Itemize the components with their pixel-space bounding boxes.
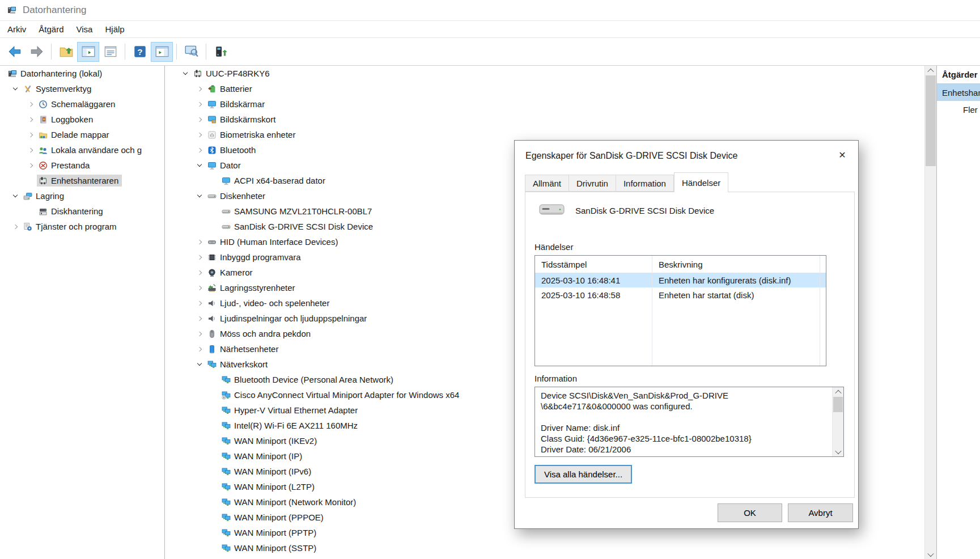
console-tree-item[interactable]: Lagring <box>0 188 164 204</box>
console-tree-item[interactable]: Delade mappar <box>0 127 164 142</box>
mouse-icon <box>207 329 217 338</box>
tree-item-label: Schemaläggaren <box>51 99 115 109</box>
chevron-right-icon[interactable] <box>193 326 206 341</box>
ok-button[interactable]: OK <box>718 503 782 522</box>
tree-item-content: WAN Miniport (IKEv2) <box>220 435 320 447</box>
device-tree-item[interactable]: Batterier <box>165 81 936 96</box>
chevron-right-icon[interactable] <box>193 249 206 265</box>
console-tree-item[interactable]: Systemverktyg <box>0 81 164 96</box>
help-button[interactable]: ? <box>129 42 151 62</box>
chevron-right-icon[interactable] <box>193 295 206 311</box>
tab-handelser[interactable]: Händelser <box>674 172 728 192</box>
actions-item-device-manager[interactable]: Enhetshan <box>937 84 980 101</box>
chevron-placeholder <box>207 403 220 418</box>
tree-item-content: Enhetshanteraren <box>37 175 122 187</box>
information-scrollbar[interactable] <box>832 387 843 456</box>
chevron-right-icon[interactable] <box>193 234 206 249</box>
device-header: SanDisk G-DRIVE SCSI Disk Device <box>539 202 714 218</box>
tree-item-content: Diskenheter <box>206 190 269 202</box>
device-tree-scrollbar[interactable] <box>924 66 936 559</box>
events-rows: 2025-03-10 16:48:41Enheten har konfigure… <box>535 273 826 302</box>
chevron-right-icon[interactable] <box>24 96 37 112</box>
chevron-right-icon[interactable] <box>193 127 206 142</box>
view-all-events-button[interactable]: Visa alla händelser... <box>534 465 632 484</box>
tree-item-content: WAN Miniport (IP) <box>220 450 306 462</box>
toolbar: ? <box>0 38 980 65</box>
chevron-right-icon[interactable] <box>193 142 206 158</box>
forward-button[interactable] <box>26 42 48 62</box>
information-box[interactable]: Device SCSI\Disk&Ven_SanDisk&Prod_G-DRIV… <box>534 387 844 457</box>
actions-item-more-actions[interactable]: Fler åt <box>937 101 980 118</box>
properties-button[interactable] <box>99 42 121 62</box>
console-tree-item[interactable]: Lokala användare och g <box>0 142 164 158</box>
tab-information[interactable]: Information <box>616 175 674 192</box>
scroll-up-icon[interactable] <box>833 387 843 397</box>
tree-item-content: Intel(R) Wi-Fi 6E AX211 160MHz <box>220 420 361 431</box>
column-header-timestamp[interactable]: Tidsstämpel <box>535 260 652 269</box>
device-tree-item[interactable]: WAN Miniport (SSTP) <box>165 540 936 556</box>
chevron-down-icon[interactable] <box>9 81 22 96</box>
menu-hjalp[interactable]: Hjälp <box>99 22 130 36</box>
console-tree-item[interactable]: Datorhantering (lokal) <box>0 66 164 81</box>
information-line: Device SCSI\Disk&Ven_SanDisk&Prod_G-DRIV… <box>541 390 832 401</box>
chevron-right-icon[interactable] <box>24 112 37 127</box>
tree-item-label: Systemverktyg <box>36 84 91 94</box>
chevron-down-icon[interactable] <box>193 158 206 173</box>
show-action-pane-button[interactable] <box>151 42 173 62</box>
device-tree-item[interactable]: Bildskärmskort <box>165 112 936 127</box>
tab-drivrutin[interactable]: Drivrutin <box>569 175 616 192</box>
chevron-right-icon[interactable] <box>193 96 206 112</box>
console-tree-item[interactable]: Enhetshanteraren <box>0 173 164 188</box>
chevron-down-icon[interactable] <box>179 66 192 81</box>
chevron-right-icon[interactable] <box>9 219 22 234</box>
event-description: Enheten har startat (disk) <box>652 290 826 300</box>
scrollbar-thumb[interactable] <box>833 397 843 412</box>
close-button[interactable]: ✕ <box>833 147 851 163</box>
scroll-down-icon[interactable] <box>833 447 843 456</box>
chevron-right-icon[interactable] <box>24 142 37 158</box>
chevron-right-icon[interactable] <box>193 341 206 357</box>
chevron-right-icon[interactable] <box>193 311 206 326</box>
chevron-right-icon[interactable] <box>193 280 206 295</box>
menu-arkiv[interactable]: Arkiv <box>1 22 32 36</box>
forward-icon <box>29 44 44 59</box>
scroll-down-icon[interactable] <box>925 549 936 559</box>
console-tree-item[interactable]: Prestanda <box>0 158 164 173</box>
device-tree-item[interactable]: UUC-PF48RKY6 <box>165 66 936 81</box>
scan-hardware-button[interactable] <box>180 42 202 62</box>
event-row[interactable]: 2025-03-10 16:48:58Enheten har startat (… <box>535 287 826 302</box>
tab-allmant[interactable]: Allmänt <box>525 175 569 192</box>
device-tree-item[interactable]: Bildskärmar <box>165 96 936 112</box>
menu-visa[interactable]: Visa <box>70 22 99 36</box>
scroll-up-icon[interactable] <box>925 66 936 75</box>
menu-atgard[interactable]: Åtgärd <box>32 22 70 36</box>
chevron-down-icon[interactable] <box>193 357 206 372</box>
chevron-right-icon[interactable] <box>193 265 206 280</box>
console-tree-item[interactable]: Schemaläggaren <box>0 96 164 112</box>
back-button[interactable] <box>3 42 26 62</box>
chevron-down-icon[interactable] <box>193 188 206 204</box>
cancel-button[interactable]: Avbryt <box>788 503 853 522</box>
chevron-right-icon[interactable] <box>193 81 206 96</box>
tree-item-content: Prestanda <box>37 159 93 171</box>
chevron-right-icon[interactable] <box>24 127 37 142</box>
chevron-right-icon[interactable] <box>193 112 206 127</box>
tree-item-label: SAMSUNG MZVL21T0HCLR-00BL7 <box>234 206 372 216</box>
tree-item-content: Möss och andra pekdon <box>206 328 314 340</box>
console-tree-item[interactable]: Loggboken <box>0 112 164 127</box>
disk-icon <box>221 222 231 231</box>
chevron-down-icon[interactable] <box>9 188 22 204</box>
scrollbar-thumb[interactable] <box>926 75 936 166</box>
up-level-button[interactable] <box>55 42 77 62</box>
update-driver-button[interactable] <box>210 42 232 62</box>
console-tree-item[interactable]: Tjänster och program <box>0 219 164 234</box>
chevron-right-icon[interactable] <box>24 158 37 173</box>
network-icon <box>221 498 231 507</box>
tree-item-label: WAN Miniport (IPv6) <box>234 467 311 476</box>
show-console-tree-button[interactable] <box>77 42 99 62</box>
column-header-description[interactable]: Beskrivning <box>652 260 826 269</box>
event-row[interactable]: 2025-03-10 16:48:41Enheten har konfigure… <box>535 273 826 287</box>
device-tree-item[interactable] <box>165 556 936 559</box>
audio-icon <box>207 299 217 308</box>
console-tree-item[interactable]: Diskhantering <box>0 204 164 219</box>
